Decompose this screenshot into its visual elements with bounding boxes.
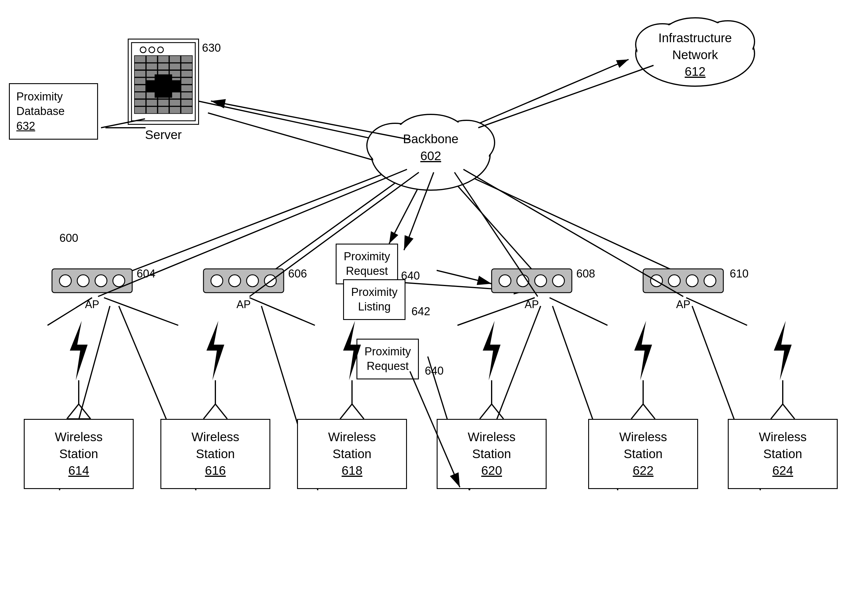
- ap-610: AP 610: [642, 267, 725, 311]
- svg-point-71: [668, 275, 680, 287]
- svg-line-81: [203, 404, 215, 419]
- svg-marker-79: [206, 321, 224, 380]
- svg-rect-53: [155, 75, 172, 98]
- svg-line-93: [631, 404, 643, 419]
- svg-point-72: [686, 275, 698, 287]
- svg-line-98: [783, 404, 795, 419]
- svg-line-89: [480, 404, 491, 419]
- ap-604: AP 604: [51, 267, 134, 311]
- svg-line-82: [215, 404, 227, 419]
- ws-620-group: WirelessStation620: [437, 321, 547, 489]
- svg-line-90: [491, 404, 504, 419]
- svg-marker-87: [483, 321, 501, 380]
- svg-marker-95: [774, 321, 792, 380]
- ws-616-group: WirelessStation616: [160, 321, 270, 489]
- ws-616: WirelessStation616: [160, 419, 270, 489]
- svg-line-94: [643, 404, 655, 419]
- ws-622: WirelessStation622: [588, 419, 698, 489]
- ws-614: WirelessStation614: [24, 419, 134, 489]
- svg-point-67: [535, 275, 547, 287]
- svg-point-62: [246, 275, 259, 287]
- proximity-database: ProximityDatabase632: [9, 83, 98, 140]
- svg-point-63: [264, 275, 276, 287]
- ref-600: 600: [59, 232, 78, 244]
- svg-line-77: [79, 404, 91, 419]
- server-ref: 630: [202, 42, 221, 54]
- ap-606: AP 606: [202, 267, 285, 311]
- svg-point-58: [113, 275, 125, 287]
- svg-point-70: [651, 275, 662, 287]
- ws-624: WirelessStation624: [728, 419, 838, 489]
- svg-point-68: [553, 275, 564, 287]
- svg-line-86: [352, 404, 364, 419]
- ws-618: WirelessStation618: [297, 419, 407, 489]
- svg-line-85: [340, 404, 352, 419]
- server-node: Server: [128, 39, 199, 142]
- svg-marker-91: [634, 321, 652, 380]
- ap-608: AP 608: [490, 267, 574, 311]
- svg-line-97: [771, 404, 783, 419]
- ws-614-group: WirelessStation614: [24, 321, 134, 489]
- ws-622-group: WirelessStation622: [588, 321, 698, 489]
- server-label: Server: [145, 128, 182, 142]
- backbone-cloud: Backbone602: [356, 101, 505, 197]
- ws-624-group: WirelessStation624: [728, 321, 838, 489]
- svg-point-61: [229, 275, 240, 287]
- infrastructure-network: InfrastructureNetwork612: [618, 6, 772, 96]
- ws-620: WirelessStation620: [437, 419, 547, 489]
- svg-marker-83: [343, 321, 361, 380]
- svg-point-73: [704, 275, 716, 287]
- svg-point-60: [211, 275, 223, 287]
- svg-point-66: [517, 275, 529, 287]
- svg-point-55: [59, 275, 71, 287]
- ws-618-group: WirelessStation618: [297, 321, 407, 489]
- svg-point-57: [95, 275, 107, 287]
- svg-point-65: [499, 275, 511, 287]
- svg-line-76: [67, 404, 79, 419]
- svg-marker-74: [70, 321, 88, 380]
- svg-point-56: [77, 275, 89, 287]
